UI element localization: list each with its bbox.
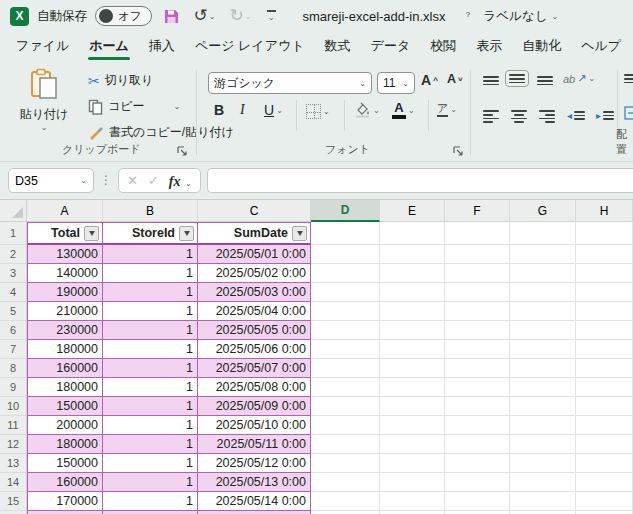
empty-cell[interactable] [510,397,576,416]
empty-cell[interactable] [576,302,633,321]
row-header-9[interactable]: 9 [0,378,27,397]
data-cell[interactable]: 1 [103,264,198,283]
row-header-8[interactable]: 8 [0,359,27,378]
empty-cell[interactable] [576,359,633,378]
data-cell[interactable]: 2025/05/12 0:00 [198,454,311,473]
data-cell[interactable]: 200000 [27,416,103,435]
empty-cell[interactable] [445,435,510,454]
row-header-5[interactable]: 5 [0,302,27,321]
column-header-F[interactable]: F [445,200,510,222]
bottom-align-button[interactable] [537,76,553,85]
empty-cell[interactable] [380,492,445,511]
empty-cell[interactable] [311,340,380,359]
tab-review[interactable]: 校閲 [420,32,466,62]
formula-input[interactable] [207,168,633,193]
font-name-combobox[interactable]: 游ゴシック ⌄ [208,72,372,94]
data-cell[interactable]: 1 [103,416,198,435]
name-box[interactable]: D35 ⌄ [8,168,94,193]
empty-cell[interactable] [576,245,633,264]
document-title[interactable]: smareji-excel-add-in.xlsx [302,9,445,24]
merge-center-button[interactable] [624,106,633,120]
empty-cell[interactable] [576,264,633,283]
empty-cell[interactable] [576,340,633,359]
row-header-12[interactable]: 12 [0,435,27,454]
phonetic-guide-button[interactable]: ア ⌄ [437,102,457,117]
tab-data[interactable]: データ [361,32,421,62]
empty-cell[interactable] [445,340,510,359]
fill-color-button[interactable]: ⌄ [354,102,380,118]
empty-cell[interactable] [445,492,510,511]
data-cell[interactable]: 2025/05/03 0:00 [198,283,311,302]
empty-cell[interactable] [380,340,445,359]
redo-button[interactable]: ↻ ⌄ [227,6,255,26]
select-all-corner[interactable] [0,200,27,222]
empty-cell[interactable] [311,245,380,264]
empty-cell[interactable] [445,378,510,397]
empty-cell[interactable] [445,473,510,492]
empty-cell[interactable] [311,359,380,378]
data-cell[interactable]: 2025/05/01 0:00 [198,245,311,264]
data-cell[interactable]: 2025/05/14 0:00 [198,492,311,511]
empty-cell[interactable] [380,222,445,245]
data-cell[interactable]: 170000 [27,492,103,511]
empty-cell[interactable] [576,283,633,302]
decrease-indent-button[interactable]: ◂ [567,110,585,121]
cancel-entry-button[interactable]: ✕ [127,173,138,188]
row-header-11[interactable]: 11 [0,416,27,435]
empty-cell[interactable] [311,397,380,416]
column-header-D[interactable]: D [311,200,380,222]
data-cell[interactable]: 1 [103,283,198,302]
empty-cell[interactable] [445,397,510,416]
data-cell[interactable]: 2025/05/08 0:00 [198,378,311,397]
autosave-toggle[interactable]: オフ [95,6,152,26]
format-painter-button[interactable]: 書式のコピー/貼り付け [88,124,234,141]
row-header-14[interactable]: 14 [0,473,27,492]
data-cell[interactable]: 1 [103,435,198,454]
empty-cell[interactable] [311,378,380,397]
paste-button[interactable]: 貼り付け ⌄ [16,68,72,146]
data-cell[interactable]: 2025/05/11 0:00 [198,435,311,454]
empty-cell[interactable] [380,397,445,416]
copy-button[interactable]: コピー ⌄ [88,98,180,115]
data-cell[interactable]: 210000 [27,302,103,321]
empty-cell[interactable] [576,321,633,340]
column-header-C[interactable]: C [198,200,311,222]
row-header-4[interactable]: 4 [0,283,27,302]
empty-cell[interactable] [445,302,510,321]
empty-cell[interactable] [380,264,445,283]
empty-cell[interactable] [510,264,576,283]
empty-cell[interactable] [380,245,445,264]
increase-font-size-button[interactable]: A^ [421,72,438,88]
empty-cell[interactable] [311,222,380,245]
empty-cell[interactable] [311,302,380,321]
empty-cell[interactable] [576,454,633,473]
empty-cell[interactable] [380,416,445,435]
empty-cell[interactable] [445,359,510,378]
data-cell[interactable]: 2025/05/13 0:00 [198,473,311,492]
empty-cell[interactable] [380,283,445,302]
align-left-button[interactable] [483,110,499,123]
data-cell[interactable]: 1 [103,302,198,321]
empty-cell[interactable] [311,454,380,473]
empty-cell[interactable] [311,283,380,302]
empty-cell[interactable] [510,340,576,359]
empty-cell[interactable] [576,435,633,454]
empty-cell[interactable] [510,283,576,302]
underline-button[interactable]: U ⌄ [264,102,283,118]
empty-cell[interactable] [311,435,380,454]
empty-cell[interactable] [576,416,633,435]
sensitivity-label-button[interactable]: ラベルなし ⌄ [484,8,559,25]
data-cell[interactable]: 1 [103,473,198,492]
data-cell[interactable]: 1 [103,378,198,397]
data-cell[interactable]: 2025/05/07 0:00 [198,359,311,378]
row-header-10[interactable]: 10 [0,397,27,416]
tab-view[interactable]: 表示 [466,32,512,62]
clipboard-dialog-launcher[interactable] [176,145,188,157]
data-cell[interactable]: 130000 [27,245,103,264]
tab-home[interactable]: ホーム [79,32,139,62]
insert-function-button[interactable]: fx ⌄ [169,172,192,190]
row-header-2[interactable]: 2 [0,245,27,264]
table-header-cell-storeid[interactable]: StoreId [103,222,198,245]
empty-cell[interactable] [311,492,380,511]
empty-cell[interactable] [445,283,510,302]
